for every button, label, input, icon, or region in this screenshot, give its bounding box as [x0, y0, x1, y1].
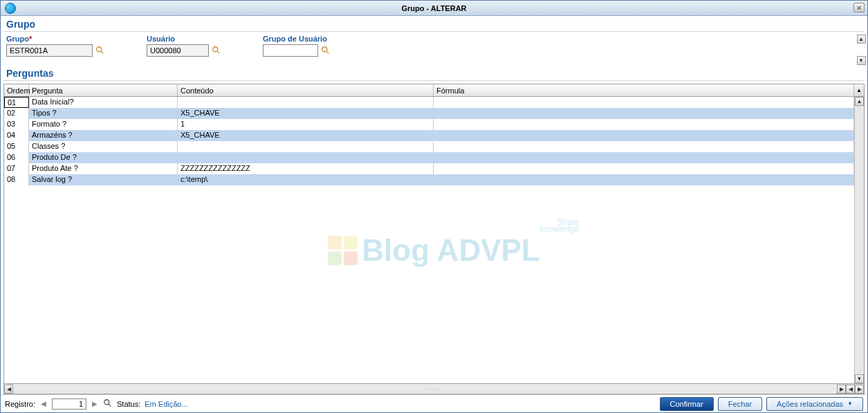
th-scroll-up[interactable]: ▲	[854, 84, 864, 96]
watermark: Share knowledge Blog ADVPL	[261, 218, 607, 268]
cell-pergunta[interactable]: Salvar log ?	[29, 174, 178, 185]
cell-ordem[interactable]: 05	[4, 141, 29, 152]
chevron-down-icon: ▼	[847, 401, 853, 407]
lookup-usuario-icon[interactable]	[212, 46, 221, 55]
registro-search-icon[interactable]	[103, 398, 113, 410]
svg-line-7	[109, 403, 111, 406]
label-usuario: Usuário	[147, 35, 221, 43]
watermark-line2: knowledge	[261, 225, 580, 233]
table-hscroll[interactable]: ◀ :::::: ▶ ◀ ▶	[3, 384, 865, 394]
cell-conteudo[interactable]	[178, 141, 434, 152]
label-grupo-text: Grupo	[6, 35, 29, 43]
svg-point-6	[104, 399, 109, 404]
watermark-main: Blog ADVPL	[261, 233, 607, 268]
cell-formula[interactable]	[434, 163, 854, 174]
cell-conteudo[interactable]: c:\temp\	[178, 174, 434, 185]
registro-prev-icon[interactable]: ◀	[39, 400, 48, 407]
cell-ordem[interactable]: 02	[4, 108, 29, 119]
vscroll-down-icon[interactable]: ▼	[855, 374, 864, 383]
label-grupo-usuario: Grupo de Usuário	[263, 35, 331, 43]
status-value: Em Edição...	[145, 400, 187, 408]
input-grupo-usuario[interactable]	[263, 44, 318, 57]
cell-conteudo[interactable]	[178, 152, 434, 163]
lookup-grupo-icon[interactable]	[95, 46, 105, 55]
cell-formula[interactable]	[434, 152, 854, 163]
cell-formula[interactable]	[434, 130, 854, 141]
svg-point-4	[322, 47, 327, 52]
label-grupo: Grupo*	[6, 35, 105, 43]
cell-pergunta[interactable]: Produto Ate ?	[29, 163, 178, 174]
cell-formula[interactable]	[434, 174, 854, 185]
statusbar: Registro: ◀ ▶ Status: Em Edição... Confi…	[1, 394, 867, 412]
cell-formula[interactable]	[434, 108, 854, 119]
cell-ordem[interactable]: 08	[4, 174, 29, 185]
registro-next-icon[interactable]: ▶	[91, 400, 99, 407]
cell-formula[interactable]	[434, 119, 854, 130]
table-row[interactable]: 06Produto De ?	[4, 152, 864, 163]
input-grupo[interactable]	[6, 44, 93, 57]
cell-pergunta[interactable]: Data Inicial?	[29, 97, 178, 108]
content-area: Grupo Grupo* Usuário	[1, 16, 867, 412]
table-row[interactable]: 07Produto Ate ?ZZZZZZZZZZZZZZZ	[4, 163, 864, 174]
field-grupo-usuario: Grupo de Usuário	[263, 35, 331, 61]
table-row[interactable]: 01Data Inicial?	[4, 97, 864, 108]
hscroll-grip[interactable]: ::::::	[427, 386, 441, 392]
form-row: Grupo* Usuário Gr	[1, 35, 867, 65]
table-row[interactable]: 02Tipos ?X5_CHAVE	[4, 108, 864, 119]
table-row[interactable]: 08Salvar log ?c:\temp\	[4, 174, 864, 185]
cell-formula[interactable]	[434, 141, 854, 152]
th-ordem[interactable]: Ordem	[4, 84, 29, 96]
svg-line-1	[101, 51, 104, 54]
perguntas-table: Ordem Pergunta Conteúdo Fórmula ▲ 01Data…	[3, 84, 865, 384]
registro-label: Registro:	[5, 400, 35, 408]
lookup-grupo-usuario-icon[interactable]	[321, 46, 331, 55]
acoes-relacionadas-button[interactable]: Ações relacionadas ▼	[766, 397, 863, 411]
cell-ordem[interactable]: 07	[4, 163, 29, 174]
close-icon[interactable]: ✕	[853, 3, 865, 12]
hscroll-right-icon[interactable]: ▶	[837, 385, 846, 394]
field-grupo: Grupo*	[6, 35, 105, 61]
svg-point-0	[97, 47, 102, 52]
cell-conteudo[interactable]	[178, 97, 434, 108]
cell-pergunta[interactable]: Tipos ?	[29, 108, 178, 119]
cell-ordem[interactable]: 04	[4, 130, 29, 141]
form-scroll-down-icon[interactable]: ▼	[857, 56, 866, 65]
cell-formula[interactable]	[434, 97, 854, 108]
section-grupo-title: Grupo	[1, 16, 867, 31]
hscroll-left-icon[interactable]: ◀	[4, 385, 13, 394]
th-formula[interactable]: Fórmula	[434, 84, 854, 96]
th-pergunta[interactable]: Pergunta	[29, 84, 178, 96]
cell-pergunta[interactable]: Formato ?	[29, 119, 178, 130]
hscroll-left2-icon[interactable]: ◀	[846, 385, 855, 394]
cell-conteudo[interactable]: 1	[178, 119, 434, 130]
table-body: 01Data Inicial?02Tipos ?X5_CHAVE03Format…	[4, 97, 864, 383]
section-perguntas-title: Perguntas	[1, 65, 867, 80]
svg-line-5	[326, 51, 329, 54]
fechar-button[interactable]: Fechar	[718, 397, 762, 411]
table-vscroll[interactable]: ▲ ▼	[854, 97, 864, 383]
table-row[interactable]: 05Classes ?	[4, 141, 864, 152]
cell-ordem[interactable]: 01	[4, 97, 29, 108]
cell-pergunta[interactable]: Armazéns ?	[29, 130, 178, 141]
hscroll-right2-icon[interactable]: ▶	[855, 385, 864, 394]
watermark-main-text: Blog ADVPL	[362, 233, 539, 268]
vscroll-up-icon[interactable]: ▲	[855, 97, 864, 106]
cell-ordem[interactable]: 06	[4, 152, 29, 163]
registro-input[interactable]	[52, 398, 86, 410]
table-row[interactable]: 04Armazéns ?X5_CHAVE	[4, 130, 864, 141]
cell-pergunta[interactable]: Classes ?	[29, 141, 178, 152]
main-window: Grupo - ALTERAR ✕ Grupo Grupo* Usuário	[0, 0, 868, 413]
cell-conteudo[interactable]: ZZZZZZZZZZZZZZZ	[178, 163, 434, 174]
cell-ordem[interactable]: 03	[4, 119, 29, 130]
cell-conteudo[interactable]: X5_CHAVE	[178, 130, 434, 141]
input-usuario[interactable]	[147, 44, 209, 57]
form-scroll-up-icon[interactable]: ▲	[857, 35, 866, 44]
form-scroll: ▲ ▼	[856, 35, 866, 65]
cell-pergunta[interactable]: Produto De ?	[29, 152, 178, 163]
th-conteudo[interactable]: Conteúdo	[178, 84, 434, 96]
window-title: Grupo - ALTERAR	[1, 4, 867, 12]
acoes-label: Ações relacionadas	[777, 400, 843, 408]
confirmar-button[interactable]: Confirmar	[660, 397, 714, 411]
cell-conteudo[interactable]: X5_CHAVE	[178, 108, 434, 119]
table-row[interactable]: 03Formato ?1	[4, 119, 864, 130]
